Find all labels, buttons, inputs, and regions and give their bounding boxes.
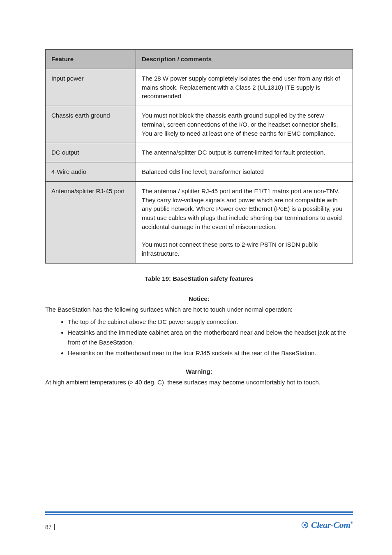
brand-logo: Clear-Com® — [301, 520, 353, 531]
list-item: Heatsinks and the immediate cabinet area… — [68, 328, 353, 347]
table-row: Chassis earth ground You must not block … — [46, 106, 353, 143]
brand-logo-text: Clear-Com® — [311, 520, 353, 530]
row-value: The 28 W power supply completely isolate… — [136, 69, 353, 106]
warning-block: Warning: At high ambient temperatures (>… — [45, 367, 353, 387]
footer-rule — [45, 511, 353, 515]
table-caption: Table 19: BaseStation safety features — [45, 275, 353, 282]
warning-label: Warning: — [45, 367, 353, 377]
row-label: Chassis earth ground — [46, 106, 136, 143]
table-row: Antenna/splitter RJ-45 port The antenna … — [46, 181, 353, 263]
svg-point-1 — [304, 524, 306, 526]
table-row: 4-Wire audio Balanced 0dB line level; tr… — [46, 162, 353, 182]
row-value: The antenna/splitter DC output is curren… — [136, 143, 353, 162]
row-label: DC output — [46, 143, 136, 162]
row-label: Input power — [46, 69, 136, 106]
row-value: Balanced 0dB line level; transformer iso… — [136, 162, 353, 182]
notice-label: Notice: — [45, 294, 353, 304]
col-header-desc: Description / comments — [136, 50, 353, 69]
row-value: The antenna / splitter RJ-45 port and th… — [136, 181, 353, 263]
row-value: You must not block the chassis earth gro… — [136, 106, 353, 143]
notice-text: The BaseStation has the following surfac… — [45, 305, 353, 314]
notice-bullets: The top of the cabinet above the DC powe… — [68, 317, 353, 358]
col-header-feature: Feature — [46, 50, 136, 69]
page-number-value: 87 — [45, 524, 52, 530]
warning-text: At high ambient temperatures (> 40 deg. … — [45, 378, 353, 387]
table-row: Input power The 28 W power supply comple… — [46, 69, 353, 106]
table-row: DC output The antenna/splitter DC output… — [46, 143, 353, 162]
row-label: 4-Wire audio — [46, 162, 136, 182]
brand-logo-icon — [301, 521, 309, 529]
list-item: The top of the cabinet above the DC powe… — [68, 317, 353, 327]
page-number: 87 — [45, 524, 57, 530]
list-item: Heatsinks on the motherboard near to the… — [68, 348, 353, 358]
row-label: Antenna/splitter RJ-45 port — [46, 181, 136, 263]
spec-table: Feature Description / comments Input pow… — [45, 49, 353, 264]
notice-block: Notice: The BaseStation has the followin… — [45, 294, 353, 314]
